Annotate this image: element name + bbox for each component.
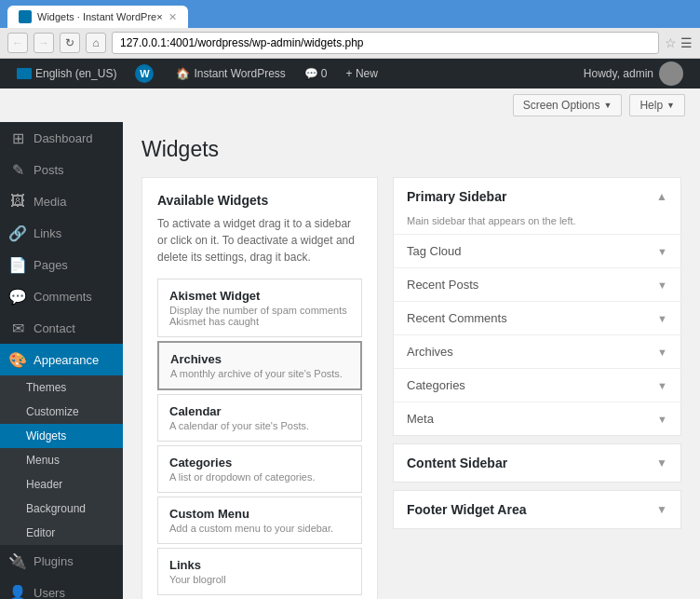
media-icon: 🖼 (9, 193, 26, 210)
language-label: English (en_US) (35, 67, 116, 80)
widget-categories[interactable]: Categories A list or dropdown of categor… (157, 445, 362, 493)
sidebar-label-media: Media (34, 195, 66, 209)
main-content: Widgets Available Widgets To activate a … (123, 122, 700, 599)
recent-comments-label: Recent Comments (407, 311, 507, 325)
footer-widget-panel: Footer Widget Area ▼ (393, 490, 681, 529)
site-name-item[interactable]: 🏠 Instant WordPress (167, 59, 294, 88)
primary-sidebar-header[interactable]: Primary Sidebar ▲ (394, 178, 680, 215)
sidebar-label-comments: Comments (34, 290, 92, 304)
primary-widget-recent-comments[interactable]: Recent Comments ▼ (394, 301, 680, 334)
language-item[interactable]: English (en_US) (7, 59, 126, 88)
refresh-button[interactable]: ↻ (60, 33, 80, 53)
browser-menu-icon[interactable]: ☰ (680, 35, 693, 50)
comments-nav-icon: 💬 (9, 288, 26, 305)
recent-comments-chevron: ▼ (657, 313, 667, 324)
available-widgets-title: Available Widgets (157, 193, 362, 208)
sidebar-item-comments[interactable]: 💬 Comments (0, 280, 123, 312)
sidebar-item-dashboard[interactable]: ⊞ Dashboard (0, 122, 123, 154)
contact-icon: ✉ (9, 320, 26, 336)
submenu-item-background[interactable]: Background (0, 497, 123, 521)
widget-calendar[interactable]: Calendar A calendar of your site's Posts… (157, 394, 362, 442)
sidebar-menu-bottom: 🔌 Plugins 👤 Users 🔧 Tools ⚙ Settings (0, 545, 123, 599)
forward-button[interactable]: → (34, 33, 54, 53)
screen-options-bar: Screen Options Help (0, 88, 700, 122)
submenu-item-themes[interactable]: Themes (0, 375, 123, 400)
posts-icon: ✎ (9, 161, 26, 178)
primary-sidebar-panel: Primary Sidebar ▲ Main sidebar that appe… (393, 177, 681, 436)
widget-archives-name: Archives (170, 352, 349, 366)
footer-widget-header[interactable]: Footer Widget Area ▼ (394, 491, 680, 528)
close-tab-button[interactable]: ✕ (168, 11, 177, 23)
submenu-item-widgets[interactable]: Widgets (0, 424, 123, 448)
sidebar-label-appearance: Appearance (34, 353, 99, 367)
sidebar-item-media[interactable]: 🖼 Media (0, 185, 123, 217)
comments-item[interactable]: 💬 0 (295, 59, 337, 88)
submenu-item-menus[interactable]: Menus (0, 448, 123, 472)
widget-custom-menu-name: Custom Menu (169, 507, 350, 521)
address-bar[interactable] (112, 32, 659, 54)
tab-favicon (19, 10, 32, 23)
primary-widget-archives[interactable]: Archives ▼ (394, 334, 680, 368)
sidebar-item-pages[interactable]: 📄 Pages (0, 249, 123, 280)
primary-sidebar-title: Primary Sidebar (407, 189, 506, 204)
home-button[interactable]: ⌂ (86, 33, 106, 53)
footer-widget-chevron: ▼ (656, 503, 667, 516)
categories-chevron: ▼ (657, 380, 667, 391)
widgets-layout: Available Widgets To activate a widget d… (141, 177, 681, 599)
recent-posts-chevron: ▼ (657, 279, 667, 291)
sidebar-item-users[interactable]: 👤 Users (0, 577, 123, 599)
widget-archives-desc: A monthly archive of your site's Posts. (170, 368, 349, 379)
browser-nav: ← → ↻ ⌂ ☆ ☰ (0, 28, 700, 59)
primary-widget-recent-posts[interactable]: Recent Posts ▼ (394, 267, 680, 301)
meta-chevron: ▼ (657, 414, 667, 425)
browser-tab-active[interactable]: Widgets · Instant WordPre× ✕ (7, 6, 188, 28)
widget-categories-desc: A list or dropdown of categories. (169, 471, 350, 483)
submenu-item-editor[interactable]: Editor (0, 521, 123, 545)
primary-widget-categories[interactable]: Categories ▼ (394, 368, 680, 402)
sidebar-item-plugins[interactable]: 🔌 Plugins (0, 545, 123, 577)
nav-actions: ☆ ☰ (665, 35, 693, 50)
submenu-item-customize[interactable]: Customize (0, 400, 123, 424)
widget-links-desc: Your blogroll (169, 574, 350, 585)
tab-title: Widgets · Instant WordPre× (37, 11, 163, 22)
comments-icon: 💬 (304, 67, 318, 80)
wp-admin-bar: English (en_US) W 🏠 Instant WordPress 💬 … (0, 59, 700, 88)
browser-tabs: Widgets · Instant WordPre× ✕ (7, 6, 693, 28)
back-button[interactable]: ← (7, 33, 28, 53)
footer-widget-title: Footer Widget Area (407, 502, 526, 517)
sidebar-item-appearance[interactable]: 🎨 Appearance (0, 344, 123, 375)
wp-layout: ⊞ Dashboard ✎ Posts 🖼 Media 🔗 Links 📄 Pa… (0, 122, 700, 599)
primary-widget-meta[interactable]: Meta ▼ (394, 402, 680, 435)
categories-label: Categories (407, 378, 465, 392)
widget-archives[interactable]: Archives A monthly archive of your site'… (157, 341, 362, 390)
pages-icon: 📄 (9, 256, 26, 273)
screen-options-button[interactable]: Screen Options (513, 94, 623, 116)
site-name-label: Instant WordPress (194, 67, 285, 80)
primary-widget-tag-cloud[interactable]: Tag Cloud ▼ (394, 234, 680, 267)
submenu-item-header[interactable]: Header (0, 472, 123, 497)
widget-akismet[interactable]: Akismet Widget Display the number of spa… (157, 279, 362, 337)
admin-avatar (659, 61, 683, 86)
sidebar-menu: ⊞ Dashboard ✎ Posts 🖼 Media 🔗 Links 📄 Pa… (0, 122, 123, 375)
new-item[interactable]: + New (337, 59, 387, 88)
primary-sidebar-desc: Main sidebar that appears on the left. (394, 215, 680, 234)
site-home-icon: 🏠 (176, 67, 190, 80)
sidebar-item-links[interactable]: 🔗 Links (0, 217, 123, 249)
wp-logo-item[interactable]: W (126, 59, 167, 88)
content-sidebar-header[interactable]: Content Sidebar ▼ (394, 444, 680, 482)
sidebar-label-plugins: Plugins (34, 554, 74, 568)
browser-chrome: Widgets · Instant WordPre× ✕ (0, 0, 700, 28)
available-widgets-panel: Available Widgets To activate a widget d… (141, 177, 378, 599)
widget-links[interactable]: Links Your blogroll (157, 548, 362, 595)
help-button[interactable]: Help (629, 94, 685, 116)
sidebar-label-posts: Posts (34, 163, 64, 177)
bookmark-icon[interactable]: ☆ (665, 35, 677, 50)
widget-custom-menu[interactable]: Custom Menu Add a custom menu to your si… (157, 497, 362, 544)
appearance-icon: 🎨 (9, 351, 26, 368)
widget-links-name: Links (169, 558, 350, 572)
howdy-item[interactable]: Howdy, admin (574, 61, 693, 86)
sidebar-label-contact: Contact (34, 321, 75, 335)
sidebar-item-posts[interactable]: ✎ Posts (0, 154, 123, 185)
sidebars-panel: Primary Sidebar ▲ Main sidebar that appe… (393, 177, 681, 599)
sidebar-item-contact[interactable]: ✉ Contact (0, 312, 123, 344)
